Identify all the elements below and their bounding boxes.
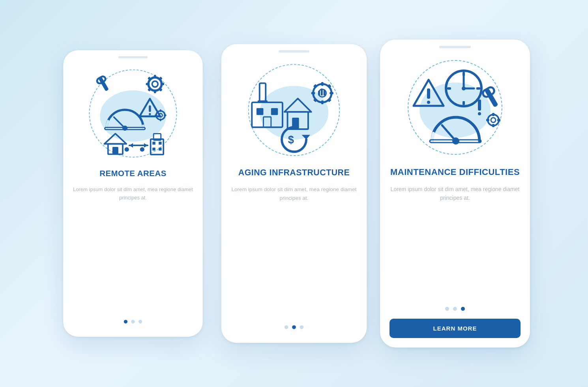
dot-1 — [124, 320, 127, 323]
svg-marker-29 — [144, 143, 148, 148]
illustration-maintenance-difficulties — [400, 52, 510, 163]
svg-marker-44 — [285, 98, 311, 112]
svg-rect-42 — [271, 108, 278, 115]
dot-3 — [300, 325, 304, 329]
title-remote-areas: REMOTE AREAS — [99, 169, 167, 179]
svg-text:$: $ — [288, 133, 294, 146]
svg-point-36 — [125, 147, 129, 152]
svg-marker-24 — [104, 133, 126, 144]
svg-marker-60 — [301, 135, 310, 140]
svg-point-82 — [478, 112, 481, 115]
svg-rect-26 — [112, 147, 118, 154]
svg-rect-34 — [152, 148, 155, 150]
svg-rect-72 — [476, 87, 480, 90]
svg-point-3 — [152, 81, 158, 87]
svg-rect-38 — [260, 83, 266, 103]
svg-rect-58 — [321, 88, 323, 95]
svg-rect-78 — [492, 124, 494, 127]
svg-rect-4 — [154, 75, 156, 79]
dot-2 — [292, 325, 296, 329]
svg-point-64 — [427, 101, 430, 104]
svg-rect-81 — [478, 100, 481, 111]
desc-remote-areas: Lorem ipsum dolor sit dim amet, mea regi… — [72, 185, 194, 202]
svg-rect-59 — [324, 90, 326, 96]
phones-container: REMOTE AREAS Lorem ipsum dolor sit dim a… — [58, 39, 530, 348]
svg-rect-5 — [154, 90, 156, 93]
illustration-aging-infrastructure: $ — [240, 56, 348, 164]
dot-1 — [285, 325, 288, 329]
dot-2 — [131, 320, 135, 323]
svg-point-2 — [148, 77, 161, 90]
svg-rect-63 — [427, 88, 430, 99]
svg-rect-33 — [159, 142, 161, 145]
desc-maintenance-difficulties: Lorem ipsum dolor sit dim amet, mea regi… — [390, 185, 521, 203]
svg-rect-17 — [160, 109, 161, 112]
svg-rect-41 — [257, 108, 263, 115]
svg-point-75 — [488, 115, 499, 126]
svg-rect-49 — [321, 82, 324, 86]
svg-rect-70 — [463, 101, 465, 105]
dots-maintenance-difficulties — [445, 307, 465, 311]
svg-rect-40 — [252, 102, 283, 127]
svg-rect-50 — [321, 100, 324, 104]
svg-marker-28 — [129, 143, 133, 148]
illustration-remote-areas — [82, 62, 184, 165]
svg-rect-20 — [164, 115, 167, 116]
dot-3 — [461, 307, 465, 311]
learn-more-button[interactable]: LEARN MORE — [390, 319, 521, 338]
svg-rect-6 — [146, 83, 150, 85]
dots-aging-infrastructure — [285, 325, 304, 329]
phone-remote-areas: REMOTE AREAS Lorem ipsum dolor sit dim a… — [63, 50, 202, 336]
svg-rect-13 — [149, 105, 151, 112]
svg-rect-69 — [463, 72, 465, 76]
svg-rect-43 — [263, 117, 271, 127]
svg-point-76 — [491, 118, 496, 122]
phone-aging-infrastructure: $ AGING INFRASTRUCTURE Lorem ipsum dolor… — [221, 44, 367, 343]
svg-point-84 — [452, 137, 459, 145]
svg-rect-57 — [318, 91, 320, 96]
svg-rect-80 — [497, 119, 500, 121]
svg-rect-7 — [161, 83, 164, 85]
svg-rect-30 — [151, 139, 164, 154]
svg-point-14 — [149, 113, 151, 115]
svg-rect-71 — [447, 87, 451, 90]
svg-rect-18 — [160, 118, 161, 121]
dot-1 — [445, 307, 449, 311]
dot-2 — [453, 307, 457, 311]
svg-point-37 — [140, 147, 144, 152]
svg-rect-32 — [152, 142, 155, 145]
title-maintenance-difficulties: MAINTENANCE DIFFICULTIES — [390, 167, 520, 178]
svg-rect-51 — [311, 92, 315, 94]
svg-rect-79 — [486, 119, 489, 121]
phone-maintenance-difficulties: MAINTENANCE DIFFICULTIES Lorem ipsum dol… — [380, 39, 530, 348]
title-aging-infrastructure: AGING INFRASTRUCTURE — [238, 167, 350, 178]
svg-rect-77 — [492, 113, 494, 116]
svg-rect-35 — [159, 148, 161, 150]
dot-3 — [139, 320, 142, 323]
svg-rect-19 — [155, 115, 157, 116]
svg-rect-52 — [330, 92, 333, 94]
dots-remote-areas — [124, 320, 142, 323]
desc-aging-infrastructure: Lorem ipsum dolor sit dim amet, mea regi… — [230, 185, 358, 202]
